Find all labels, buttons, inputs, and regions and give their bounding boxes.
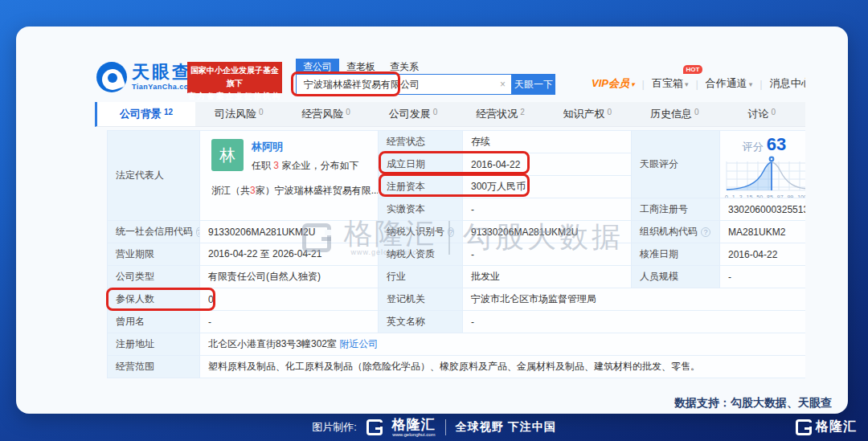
tianyancha-screenshot-card: 天眼查 TianYanCha.com 国家中小企业发展子基金旗下 官方备案企业征… <box>16 27 848 414</box>
made-by-label: 图片制作: <box>312 420 357 435</box>
field-value-industry: 批发业 <box>463 266 632 288</box>
watermark-url: www.gelonghui.com <box>344 248 436 256</box>
legal-rep-name-link[interactable]: 林阿明 <box>252 140 358 154</box>
score-title: 评分 <box>743 141 764 153</box>
field-value-staff-size: - <box>720 266 805 288</box>
field-label-address: 注册地址 <box>108 333 200 356</box>
menu-treasure-box[interactable]: 百宝箱▾HOT <box>652 76 689 91</box>
field-value-address: 北仑区小港直街83号3幢302室 附近公司 <box>200 333 805 356</box>
top-menu: VIP会员▾ | 百宝箱▾HOT | 合作通道▾ | 消息中心 | 客 <box>592 76 805 91</box>
tab-operation-risk[interactable]: 经营风险0 <box>282 102 369 126</box>
search-input[interactable]: 宁波瑞林盛祥贸易有限公司 × <box>296 74 512 95</box>
watermark: 格隆汇 www.gelonghui.com 勾股大数据 <box>302 218 624 257</box>
field-label-credit-code: 统一社会信用代码? <box>108 221 200 243</box>
field-value-former-name: - <box>200 311 379 333</box>
avatar: 林 <box>211 139 244 171</box>
gelonghui-logo-icon <box>366 419 383 435</box>
search-tab-company[interactable]: 查公司 <box>296 59 339 76</box>
help-icon[interactable]: ? <box>701 227 710 237</box>
field-value-english-name: - <box>463 311 805 333</box>
tianyancha-logo-icon <box>96 62 127 92</box>
tianyancha-logo[interactable]: 天眼查 TianYanCha.com <box>96 62 195 92</box>
field-value-company-type: 有限责任公司(自然人独资) <box>200 266 379 288</box>
legal-rep-tenure: 任职 3 家企业，分布如下 <box>252 159 358 173</box>
field-label-registry: 登记机关 <box>379 288 463 311</box>
tab-discussion[interactable]: 讨论0 <box>719 102 805 126</box>
logo-subtitle: TianYanCha.com <box>132 83 195 91</box>
watermark-right: 勾股大数据 <box>463 218 624 257</box>
field-value-established: 2016-04-22 <box>463 153 632 176</box>
clear-icon[interactable]: × <box>500 75 506 94</box>
score-cell: 评分63 <box>720 131 805 198</box>
tab-company-development[interactable]: 公司发展0 <box>370 102 457 126</box>
search-input-value: 宁波瑞林盛祥贸易有限公司 <box>304 79 420 90</box>
field-value-org-code: MA281UKM2 <box>720 221 805 243</box>
field-value-status: 存续 <box>463 131 632 153</box>
field-label-score: 天眼评分 <box>632 131 720 198</box>
field-label-insured-count: 参保人数 <box>108 288 200 311</box>
legal-rep-cell: 林 林阿明 任职 3 家企业，分布如下 浙江（共3家） 宁波瑞林盛祥贸易有限..… <box>200 131 379 221</box>
search-button[interactable]: 天眼一下 <box>512 74 555 95</box>
field-label-status: 经营状态 <box>379 131 463 153</box>
legal-rep-company-more[interactable]: 宁波瑞林盛祥贸易有限...等 <box>275 184 379 198</box>
field-label-former-name: 曾用名 <box>108 311 200 333</box>
field-label-org-code: 组织机构代码? <box>632 221 720 243</box>
field-label-established: 成立日期 <box>379 153 463 176</box>
tab-judicial-risk[interactable]: 司法风险0 <box>195 102 282 126</box>
score-distribution-chart <box>725 155 805 194</box>
field-label-staff-size: 人员规模 <box>632 266 720 288</box>
chevron-down-icon: ▾ <box>749 80 753 88</box>
search-type-tabs: 查公司 查老板 查关系 <box>296 59 426 76</box>
field-value-scope: 塑料原料及制品、化工原料及制品（除危险化学品）、橡胶原料及产品、金属材料及制品、… <box>200 356 805 378</box>
field-label-scope: 经营范围 <box>108 356 200 378</box>
section-tabs: 公司背景12 司法风险0 经营风险0 公司发展0 经营状况2 知识产权0 历史信… <box>95 102 805 127</box>
tab-history-info[interactable]: 历史信息0 <box>631 102 718 126</box>
search-tab-boss[interactable]: 查老板 <box>339 59 383 76</box>
field-label-legal-rep: 法定代表人 <box>108 131 200 221</box>
tab-intellectual-property[interactable]: 知识产权0 <box>544 102 631 126</box>
menu-cooperation[interactable]: 合作通道▾ <box>706 76 753 91</box>
search-tab-relation[interactable]: 查关系 <box>383 59 426 76</box>
gelonghui-logo-icon <box>302 223 331 252</box>
watermark-brand: 格隆汇 <box>344 219 436 248</box>
corner-logo: 格隆汇 <box>796 419 857 435</box>
slogan: 全球视野 下注中国 <box>456 420 556 435</box>
field-value-approval-date: 2016-04-22 <box>720 243 805 266</box>
field-value-insured-count: 0 <box>200 288 379 311</box>
nearby-companies-link[interactable]: 附近公司 <box>339 337 378 351</box>
field-label-company-type: 公司类型 <box>108 266 200 288</box>
chevron-down-icon: ▾ <box>631 80 635 88</box>
menu-vip[interactable]: VIP会员▾ <box>592 76 635 91</box>
badge-line2: 官方备案企业征信机构 <box>187 90 282 103</box>
bottom-bar: 图片制作: 格隆汇 www.gelonghui.com 全球视野 下注中国 <box>0 414 868 441</box>
logo-title: 天眼查 <box>132 62 195 83</box>
bottom-brand: 格隆汇 <box>392 417 436 432</box>
field-label-biz-reg-no: 工商注册号 <box>632 198 720 221</box>
field-value-reg-capital: 300万人民币 <box>463 176 632 198</box>
bottom-brand-url: www.gelonghui.com <box>392 432 436 437</box>
field-label-industry: 行业 <box>379 266 463 288</box>
legal-rep-region: 浙江（共3家） <box>211 184 275 198</box>
hot-badge: HOT <box>683 65 703 74</box>
field-value-registry: 宁波市北仑区市场监督管理局 <box>463 288 805 311</box>
chevron-down-icon: ▾ <box>685 80 689 88</box>
tab-operation-status[interactable]: 经营状况2 <box>457 102 543 126</box>
field-value-biz-reg-no: 330206000325513 <box>720 198 805 221</box>
tab-company-background[interactable]: 公司背景12 <box>97 102 195 126</box>
field-label-english-name: 英文名称 <box>379 311 463 333</box>
field-label-reg-capital: 注册资本 <box>379 176 463 198</box>
menu-message-center[interactable]: 消息中心 <box>770 76 805 91</box>
corner-brand: 格隆汇 <box>816 419 857 435</box>
score-value: 63 <box>767 134 786 154</box>
data-support-note: 数据支持：勾股大数据、天眼查 <box>674 396 832 410</box>
gelonghui-logo-icon <box>796 419 812 435</box>
certification-badge: 国家中小企业发展子基金旗下 官方备案企业征信机构 <box>187 62 282 93</box>
field-label-approval-date: 核准日期 <box>632 243 720 266</box>
badge-line1: 国家中小企业发展子基金旗下 <box>187 64 282 90</box>
tianyancha-page: 天眼查 TianYanCha.com 国家中小企业发展子基金旗下 官方备案企业征… <box>16 27 805 414</box>
composed-image: 天眼查 TianYanCha.com 国家中小企业发展子基金旗下 官方备案企业征… <box>0 0 868 441</box>
field-label-term: 营业期限 <box>108 243 200 266</box>
